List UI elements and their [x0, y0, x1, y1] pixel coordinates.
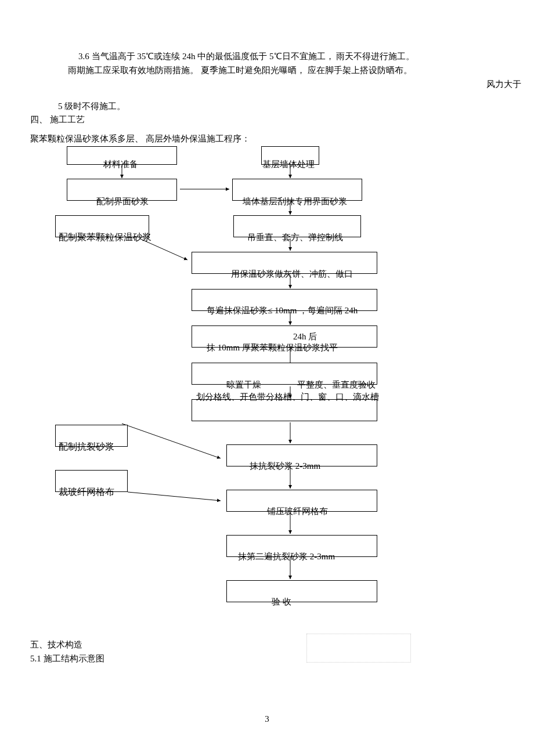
text-3-6: 3.6 当气温高于 35℃或连续 24h 中的最低温度低于 5℃日不宜施工， 雨…: [78, 50, 519, 63]
document-page: 3.6 当气温高于 35℃或连续 24h 中的最低温度低于 5℃日不宜施工， 雨…: [0, 0, 534, 756]
label-grooves: 划分格线、开色带分格槽、门、窗、口、滴水槽: [196, 390, 376, 404]
box-accept: [226, 580, 377, 602]
svg-line-12: [128, 492, 221, 501]
label-interface-mortar: 配制界面砂浆: [96, 195, 149, 208]
label-apply-crack: 抹抗裂砂浆 2-3mm: [250, 460, 320, 473]
page-number: 3: [0, 712, 534, 726]
label-prepare-insulation: 配制聚苯颗粒保温砂浆: [59, 230, 151, 244]
text-level5: 5 级时不得施工。: [58, 100, 125, 113]
label-accept: 验 收: [272, 595, 291, 609]
heading-5: 五、技术构造: [30, 638, 82, 652]
label-base-wall: 基层墙体处理: [262, 158, 315, 171]
label-plumb: 吊垂直、套方、弹控制线: [247, 231, 343, 244]
label-press-mesh: 铺压玻纤网格布: [267, 505, 328, 518]
heading-4: 四、 施工工艺: [30, 113, 85, 126]
text-rain: 雨期施工应采取有效地防雨措施。 夏季施工时避免阳光曝晒， 应在脚手架上搭设防晒布…: [68, 64, 526, 77]
label-second-crack: 抹第二遍抗裂砂浆 2-3mm: [238, 550, 335, 563]
svg-line-11: [122, 424, 221, 458]
label-each-pass: 每遍抹保温砂浆≤ 10mm ，每遍间隔 24h: [207, 304, 358, 317]
label-interface-apply: 墙体基层刮抹专用界面砂浆: [243, 195, 347, 208]
text-process-intro: 聚苯颗粒保温砂浆体系多层、 高层外墙外保温施工程序：: [30, 132, 250, 146]
label-crack-mortar: 配制抗裂砂浆: [59, 440, 114, 454]
label-dry-a: 晾置干燥: [226, 378, 261, 392]
label-dry-b: 平整度、垂直度验收: [297, 378, 376, 392]
text-wind: 风力大于: [486, 78, 521, 91]
label-mesh-cut: 裁玻纤网格布: [59, 485, 114, 499]
label-material-prep: 材料准备: [103, 158, 138, 171]
label-24h-b: 抹 10mm 厚聚苯颗粒保温砂浆找平: [207, 341, 338, 355]
label-insulation-base: 用保温砂浆做灰饼、冲筋、做口: [231, 267, 353, 281]
text-5-1: 5.1 施工结构示意图: [30, 652, 104, 665]
placeholder-figure: [306, 634, 411, 663]
